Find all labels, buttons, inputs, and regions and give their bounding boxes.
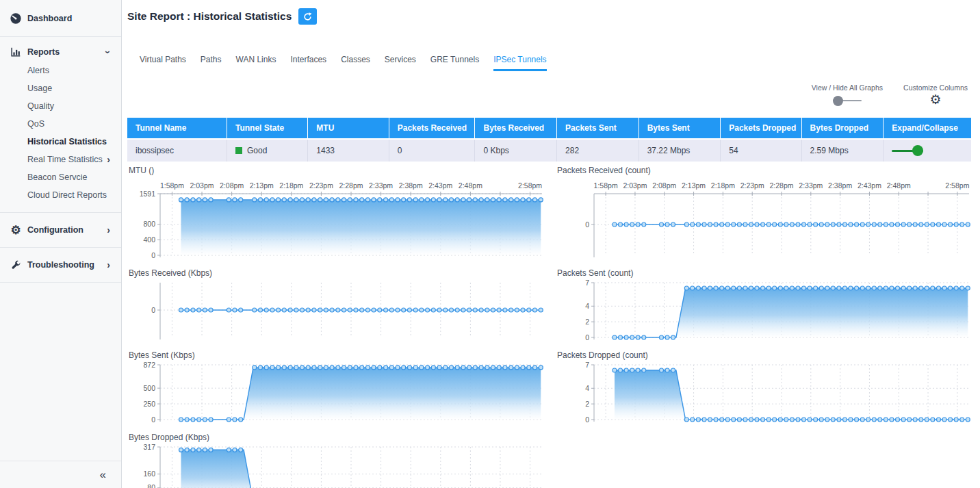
graph-table-controls: View / Hide All Graphs Customize Columns…	[127, 84, 976, 107]
column-header-packets-dropped: Packets Dropped	[721, 118, 801, 139]
tab-classes[interactable]: Classes	[341, 55, 370, 71]
charts-column-left: MTU ()159180040001:58pm2:03pm2:08pm2:13p…	[127, 166, 547, 488]
chart-bytes-dropped-kbps: Bytes Dropped (Kbps)317160800	[127, 433, 547, 488]
tab-virtual-paths[interactable]: Virtual Paths	[140, 55, 186, 71]
cell-text: 0	[398, 146, 402, 155]
chart-plot: 159180040001:58pm2:03pm2:08pm2:13pm2:18p…	[127, 176, 546, 261]
sidebar-item-label: Real Time Statistics	[27, 155, 103, 164]
chart-title: Bytes Dropped (Kbps)	[129, 433, 547, 443]
svg-text:0: 0	[585, 220, 589, 229]
view-hide-graphs-control: View / Hide All Graphs	[812, 84, 883, 106]
column-header-bytes-received: Bytes Received	[475, 118, 557, 139]
cell-text: 0 Kbps	[483, 146, 508, 155]
expand-collapse-toggle[interactable]	[892, 145, 923, 156]
refresh-button[interactable]	[298, 8, 317, 25]
toggle-knob	[833, 96, 843, 106]
tunnel-stats-table: Tunnel NameTunnel StateMTUPackets Receiv…	[127, 118, 971, 162]
sidebar-item-label: Reports	[27, 47, 60, 57]
cell-tunnel-name: ibossipsec	[127, 139, 227, 162]
svg-text:2:08pm: 2:08pm	[652, 181, 676, 190]
svg-text:2:48pm: 2:48pm	[459, 181, 482, 190]
chart-title: Packets Sent (count)	[557, 268, 976, 279]
chart-plot: 01:58pm2:03pm2:08pm2:13pm2:18pm2:23pm2:2…	[556, 176, 975, 261]
column-header-expand-collapse: Expand/Collapse	[884, 118, 971, 139]
sidebar-item-cloud-direct-reports[interactable]: Cloud Direct Reports	[0, 186, 121, 204]
sidebar-item-historical-statistics[interactable]: Historical Statistics	[0, 133, 121, 151]
chevron-right-icon: ›	[107, 155, 110, 164]
svg-text:1:58pm: 1:58pm	[594, 181, 618, 190]
sidebar-item-reports[interactable]: Reports›	[0, 42, 121, 62]
tab-gre-tunnels[interactable]: GRE Tunnels	[430, 55, 479, 71]
chart-title: MTU ()	[129, 166, 547, 176]
toggle-knob	[912, 145, 923, 156]
chevron-right-icon: ›	[107, 260, 110, 270]
chart-mtu: MTU ()159180040001:58pm2:03pm2:08pm2:13p…	[127, 166, 547, 264]
tab-interfaces[interactable]: Interfaces	[290, 55, 326, 71]
status-square-icon	[235, 147, 242, 154]
svg-text:2:13pm: 2:13pm	[682, 181, 706, 190]
column-header-packets-sent: Packets Sent	[557, 118, 639, 139]
app-window: DashboardReports›AlertsUsageQualityQoSHi…	[0, 0, 980, 488]
customize-columns-gear-icon[interactable]: ⚙	[930, 93, 942, 107]
svg-text:7: 7	[585, 361, 589, 369]
sidebar-item-label: Configuration	[27, 225, 83, 235]
chart-packets-dropped-count: Packets Dropped (count)7420	[556, 350, 976, 428]
sidebar-item-qos[interactable]: QoS	[0, 115, 121, 133]
svg-text:250: 250	[143, 400, 155, 408]
sidebar-collapse-icon[interactable]: «	[100, 468, 106, 482]
sidebar-item-real-time-statistics[interactable]: Real Time Statistics›	[0, 151, 121, 168]
sidebar-spacer	[0, 283, 121, 461]
page-title: Site Report : Historical Statistics	[127, 10, 292, 23]
cell-mtu: 1433	[308, 139, 389, 162]
sidebar-section-0: Dashboard	[0, 0, 121, 37]
svg-text:2:08pm: 2:08pm	[220, 181, 244, 190]
svg-text:2:43pm: 2:43pm	[428, 181, 452, 190]
sidebar-section-1: Reports›AlertsUsageQualityQoSHistorical …	[0, 37, 121, 213]
sidebar-sections: DashboardReports›AlertsUsageQualityQoSHi…	[0, 0, 121, 283]
cell-expand-collapse	[884, 139, 971, 162]
sidebar-item-troubleshooting[interactable]: Troubleshooting›	[0, 255, 121, 274]
tab-services[interactable]: Services	[385, 55, 416, 71]
sidebar-item-label: Dashboard	[27, 14, 72, 23]
cell-text: 2.59 Mbps	[810, 146, 849, 155]
svg-text:1:58pm: 1:58pm	[160, 181, 184, 190]
sidebar-item-dashboard[interactable]: Dashboard	[0, 9, 121, 28]
svg-text:2:33pm: 2:33pm	[369, 181, 393, 190]
cell-text: ibossipsec	[136, 146, 174, 155]
chart-packets-received-count: Packets Received (count)01:58pm2:03pm2:0…	[556, 166, 976, 264]
svg-text:500: 500	[143, 384, 155, 392]
svg-text:4: 4	[585, 384, 589, 392]
sidebar-item-usage[interactable]: Usage	[0, 79, 121, 97]
sidebar-item-alerts[interactable]: Alerts	[0, 62, 121, 79]
column-header-mtu: MTU	[308, 118, 389, 139]
cell-tunnel-state: Good	[227, 139, 307, 162]
sidebar-item-configuration[interactable]: ⚙Configuration›	[0, 220, 121, 240]
cell-bytes-received: 0 Kbps	[475, 139, 557, 162]
chart-plot: 0	[127, 279, 546, 343]
tab-wan-links[interactable]: WAN Links	[236, 55, 276, 71]
sidebar-item-label: QoS	[27, 119, 44, 129]
chart-title: Bytes Received (Kbps)	[129, 268, 547, 279]
cell-bytes-sent: 37.22 Mbps	[639, 139, 721, 162]
tab-ipsec-tunnels[interactable]: IPSec Tunnels	[493, 55, 546, 71]
chart-plot: 317160800	[127, 443, 546, 488]
svg-text:2:43pm: 2:43pm	[858, 181, 881, 190]
cell-text: Good	[247, 146, 267, 155]
svg-text:0: 0	[585, 333, 589, 342]
sidebar-section-2: ⚙Configuration›	[0, 213, 121, 248]
view-hide-graphs-toggle[interactable]	[833, 96, 862, 106]
main-content: Site Report : Historical Statistics Virt…	[122, 0, 980, 488]
sidebar-item-beacon-servcie[interactable]: Beacon Servcie	[0, 168, 121, 186]
chart-plot: 8725002500	[127, 361, 546, 425]
sidebar-item-label: Alerts	[27, 66, 49, 75]
tab-paths[interactable]: Paths	[201, 55, 222, 71]
sidebar-section-3: Troubleshooting›	[0, 248, 121, 283]
chevron-right-icon: ›	[107, 225, 110, 235]
chart-plot: 7420	[556, 279, 975, 343]
svg-text:0: 0	[151, 306, 155, 314]
column-header-packets-received: Packets Received	[389, 118, 475, 139]
svg-text:317: 317	[143, 443, 155, 451]
customize-columns-label: Customize Columns	[903, 84, 968, 92]
sidebar-item-quality[interactable]: Quality	[0, 97, 121, 115]
refresh-icon	[302, 12, 313, 22]
